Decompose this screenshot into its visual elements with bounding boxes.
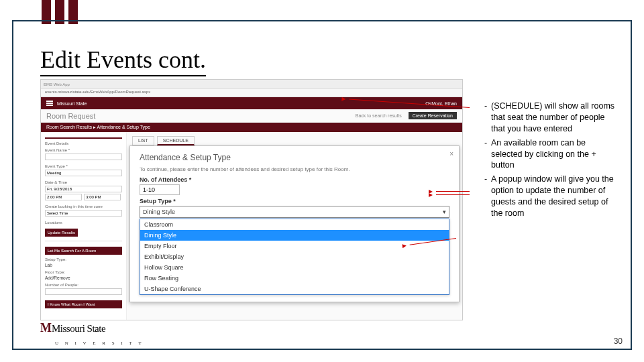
timezone-select[interactable] — [45, 210, 122, 217]
arrow-annotation — [436, 194, 470, 195]
browser-url-bar: events.missouristate.edu/EmsWebApp/RoomR… — [41, 89, 462, 97]
bullet-text: (SCHEDULE) will show all rooms that seat… — [491, 101, 619, 135]
dropdown-option[interactable]: Dining Style — [140, 230, 449, 241]
close-icon[interactable]: × — [449, 150, 453, 158]
menu-icon[interactable] — [46, 101, 53, 106]
back-link[interactable]: Back to search results — [352, 112, 406, 119]
dropdown-option[interactable]: Classroom — [140, 219, 449, 230]
setup-type-label: Setup Type * — [140, 198, 449, 204]
dropdown-option[interactable]: Hollow Square — [140, 262, 449, 273]
know-room-button[interactable]: I Know What Room I Want — [45, 300, 122, 308]
date-input[interactable] — [45, 186, 122, 192]
page-number: 30 — [614, 337, 623, 346]
search-room-button[interactable]: Let Me Search For A Room — [45, 247, 122, 255]
content-area: LIST SCHEDULE Rooms You Can Request Post… — [127, 132, 462, 320]
bullet-text: An available room can be selected by cli… — [491, 137, 619, 172]
dropdown-option[interactable]: U-Shape Conference — [140, 284, 449, 294]
event-type-input[interactable] — [45, 170, 122, 176]
bullet-list: -(SCHEDULE) will show all rooms that sea… — [484, 101, 619, 222]
tab-schedule[interactable]: SCHEDULE — [157, 136, 195, 145]
num-people-input[interactable] — [45, 288, 122, 295]
app-header: Missouri State OsMont, Ethan — [41, 97, 462, 109]
bullet-text: A popup window will give you the option … — [491, 174, 619, 219]
modal-desc: To continue, please enter the number of … — [140, 166, 449, 172]
app-screenshot: EMS Web App events.missouristate.edu/Ems… — [40, 79, 463, 320]
update-results-button[interactable]: Update Results — [45, 229, 78, 237]
dropdown-option[interactable]: Exhibit/Display — [140, 251, 449, 262]
setup-type-dropdown: Classroom Dining Style Empty Floor Exhib… — [140, 219, 449, 295]
create-reservation-button[interactable]: Create Reservation — [409, 112, 457, 119]
page-title-row: Room Request Back to search results Crea… — [41, 109, 462, 123]
dropdown-option[interactable]: Row Seating — [140, 273, 449, 284]
modal-title: Attendance & Setup Type — [140, 153, 449, 162]
arrow-annotation — [436, 191, 470, 192]
chevron-down-icon: ▾ — [443, 208, 446, 215]
tab-list[interactable]: LIST — [132, 136, 154, 145]
browser-tab-bar: EMS Web App — [41, 80, 462, 89]
page-title: Room Request — [46, 112, 95, 120]
num-attendees-label: No. of Attendees * — [140, 176, 449, 183]
start-time-input[interactable] — [45, 194, 82, 200]
brand-label: Missouri State — [57, 101, 87, 106]
event-name-input[interactable] — [45, 154, 122, 160]
setup-type-select[interactable]: Dining Style ▾ — [140, 206, 449, 218]
footer-logo: MMissouri State U N I V E R S I T Y — [40, 321, 144, 347]
end-time-input[interactable] — [84, 194, 121, 200]
sidebar: Event Details Event Name * Event Type * … — [41, 132, 127, 320]
attendance-modal: × Attendance & Setup Type To continue, p… — [129, 145, 460, 302]
slide-title: Edit Events cont. — [40, 46, 206, 76]
breadcrumb: Room Search Results ▸ Attendance & Setup… — [41, 123, 462, 132]
event-details-label: Event Details — [45, 141, 122, 145]
num-attendees-input[interactable] — [140, 184, 180, 195]
